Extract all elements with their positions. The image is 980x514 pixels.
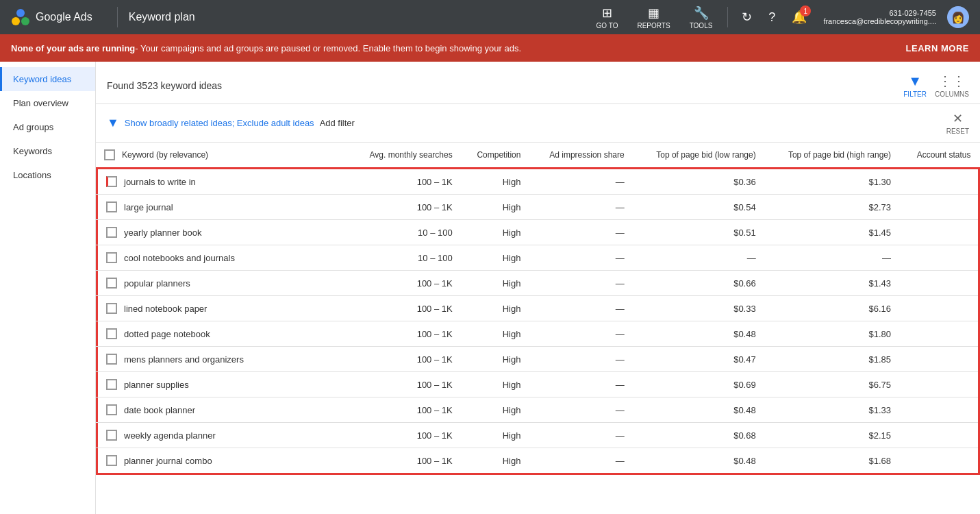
cell-avg-monthly: 100 – 1K	[344, 296, 461, 321]
goto-icon: ⊞	[602, 5, 612, 21]
cell-competition: High	[461, 321, 529, 347]
table-row: lined notebook paper 100 – 1K High — $0.…	[96, 296, 979, 321]
row-checkbox[interactable]	[106, 354, 117, 365]
row-checkbox[interactable]	[106, 328, 117, 339]
table-body: journals to write in 100 – 1K High — $0.…	[96, 169, 979, 474]
cell-avg-monthly: 100 – 1K	[344, 169, 461, 195]
cell-account-status	[899, 169, 979, 195]
sidebar-item-keywords[interactable]: Keywords	[0, 139, 95, 163]
row-checkbox[interactable]	[106, 303, 117, 314]
table-row: journals to write in 100 – 1K High — $0.…	[96, 169, 979, 195]
row-checkbox[interactable]	[106, 278, 117, 289]
keyword-table: Keyword (by relevance) Avg. monthly sear…	[96, 143, 980, 475]
cell-account-status	[899, 271, 979, 296]
filter-button[interactable]: ▼ FILTER	[903, 73, 927, 98]
cell-competition: High	[461, 397, 529, 423]
keyword-text: lined notebook paper	[124, 304, 207, 314]
logo: Google Ads	[11, 8, 92, 27]
keyword-text: dotted page notebook	[124, 329, 210, 339]
cell-ad-impression: —	[529, 245, 632, 271]
cell-avg-monthly: 100 – 1K	[344, 271, 461, 296]
cell-high-bid: $2.73	[764, 195, 899, 220]
row-checkbox[interactable]	[106, 252, 117, 263]
cell-high-bid: $2.15	[764, 423, 899, 448]
cell-ad-impression: —	[529, 321, 632, 347]
cell-competition: High	[461, 220, 529, 245]
cell-low-bid: $0.66	[633, 271, 764, 296]
filter-text[interactable]: Show broadly related ideas; Exclude adul…	[125, 118, 314, 128]
cell-keyword: weekly agenda planner	[96, 423, 344, 448]
cell-keyword: lined notebook paper	[96, 296, 344, 321]
header-checkbox[interactable]	[104, 149, 115, 160]
table-row: date book planner 100 – 1K High — $0.48 …	[96, 397, 979, 423]
add-filter-button[interactable]: Add filter	[320, 118, 355, 128]
sidebar-item-keywords-label: Keywords	[13, 146, 52, 156]
google-ads-logo-icon	[11, 8, 30, 27]
alert-banner: None of your ads are running - Your camp…	[0, 34, 980, 62]
refresh-button[interactable]: ↻	[736, 7, 757, 27]
cell-keyword: dotted page notebook	[96, 321, 344, 346]
cell-ad-impression: —	[529, 271, 632, 296]
notification-button[interactable]: 🔔 1	[786, 7, 812, 27]
tools-button[interactable]: 🔧 TOOLS	[683, 3, 720, 32]
row-checkbox[interactable]	[106, 455, 117, 466]
content-area: Found 3523 keyword ideas ▼ FILTER ⋮⋮ COL…	[96, 62, 980, 514]
sidebar-item-plan-overview[interactable]: Plan overview	[0, 91, 95, 115]
cell-low-bid: $0.54	[633, 195, 764, 220]
row-checkbox[interactable]	[106, 176, 117, 187]
col-header-account-status: Account status	[899, 143, 979, 169]
reports-icon: ▦	[648, 5, 659, 21]
cell-keyword: yearly planner book	[96, 220, 344, 245]
table-row: weekly agenda planner 100 – 1K High — $0…	[96, 423, 979, 448]
columns-button[interactable]: ⋮⋮ COLUMNS	[935, 73, 969, 98]
cell-avg-monthly: 100 – 1K	[344, 347, 461, 372]
table-header-row: Keyword (by relevance) Avg. monthly sear…	[96, 143, 979, 169]
sidebar-item-ad-groups[interactable]: Ad groups	[0, 115, 95, 139]
tools-icon: 🔧	[694, 5, 709, 21]
row-checkbox[interactable]	[106, 404, 117, 415]
row-checkbox[interactable]	[106, 379, 117, 390]
cell-competition: High	[461, 169, 529, 195]
page-title: Keyword plan	[129, 11, 195, 23]
user-phone: 631-029-7455	[889, 9, 936, 17]
avatar[interactable]: 👩	[947, 6, 969, 28]
cell-ad-impression: —	[529, 220, 632, 245]
cell-avg-monthly: 100 – 1K	[344, 195, 461, 220]
cell-high-bid: $1.45	[764, 220, 899, 245]
top-navigation: Google Ads Keyword plan ⊞ GO TO ▦ REPORT…	[0, 0, 980, 34]
help-button[interactable]: ?	[763, 8, 781, 27]
col-header-competition: Competition	[461, 143, 529, 169]
row-checkbox[interactable]	[106, 430, 117, 441]
sidebar-item-keyword-ideas[interactable]: Keyword ideas	[0, 67, 95, 91]
cell-keyword: date book planner	[96, 397, 344, 422]
learn-more-button[interactable]: LEARN MORE	[906, 43, 969, 53]
sidebar-item-locations-label: Locations	[13, 170, 51, 180]
cell-low-bid: $0.33	[633, 296, 764, 321]
cell-account-status	[899, 321, 979, 347]
cell-low-bid: $0.68	[633, 423, 764, 448]
keyword-text: planner supplies	[124, 380, 189, 390]
sidebar-item-locations[interactable]: Locations	[0, 163, 95, 187]
reports-button[interactable]: ▦ REPORTS	[630, 3, 677, 32]
keyword-text: planner journal combo	[124, 456, 212, 466]
row-checkbox[interactable]	[106, 227, 117, 238]
cell-keyword: planner journal combo	[96, 448, 344, 473]
cell-keyword: journals to write in	[96, 169, 344, 194]
cell-low-bid: $0.48	[633, 448, 764, 474]
reset-button[interactable]: ✕ RESET	[946, 111, 969, 135]
nav-divider	[117, 7, 118, 27]
cell-high-bid: $1.80	[764, 321, 899, 347]
main-layout: Keyword ideas Plan overview Ad groups Ke…	[0, 62, 980, 514]
table-row: planner supplies 100 – 1K High — $0.69 $…	[96, 372, 979, 397]
filter-bar: ▼ Show broadly related ideas; Exclude ad…	[96, 104, 980, 143]
row-checkbox[interactable]	[106, 201, 117, 212]
cell-low-bid: $0.36	[633, 169, 764, 195]
header-actions: ▼ FILTER ⋮⋮ COLUMNS	[903, 73, 969, 98]
cell-low-bid: $0.47	[633, 347, 764, 372]
cell-competition: High	[461, 372, 529, 397]
goto-button[interactable]: ⊞ GO TO	[590, 3, 625, 32]
content-header: Found 3523 keyword ideas ▼ FILTER ⋮⋮ COL…	[96, 62, 980, 104]
svg-point-1	[21, 17, 29, 25]
keyword-text: mens planners and organizers	[124, 354, 244, 365]
goto-label: GO TO	[596, 22, 618, 29]
